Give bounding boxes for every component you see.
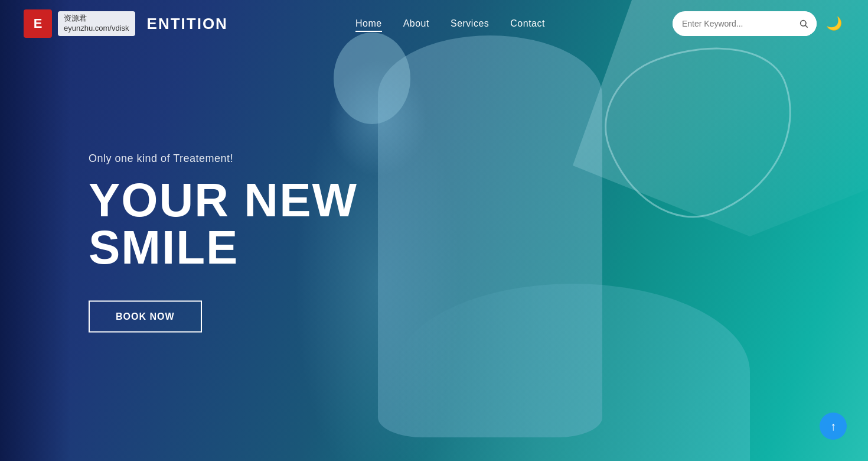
- navbar: E 资源君eyunzhu.com/vdisk ENTITION Home Abo…: [0, 0, 868, 47]
- arrow-up-icon: ↑: [830, 420, 836, 433]
- nav-item-home[interactable]: Home: [355, 18, 382, 29]
- search-button[interactable]: [791, 11, 817, 36]
- nav-item-services[interactable]: Services: [451, 18, 489, 29]
- svg-point-0: [801, 21, 806, 26]
- nav-link-contact[interactable]: Contact: [510, 18, 545, 31]
- nav-links: Home About Services Contact: [355, 18, 545, 29]
- scroll-top-button[interactable]: ↑: [820, 413, 847, 440]
- hero-section: E 资源君eyunzhu.com/vdisk ENTITION Home Abo…: [0, 0, 868, 461]
- hero-title: YOUR NEW SMILE: [89, 177, 358, 271]
- hero-subtitle: Only one kind of Treatement!: [89, 152, 358, 165]
- nav-link-services[interactable]: Services: [451, 18, 489, 31]
- svg-line-1: [805, 25, 808, 28]
- moon-icon: 🌙: [826, 16, 842, 31]
- search-input[interactable]: [673, 19, 791, 28]
- logo-watermark: E: [24, 9, 52, 38]
- search-container: [673, 11, 817, 36]
- logo-area: E 资源君eyunzhu.com/vdisk ENTITION: [24, 9, 228, 38]
- nav-item-about[interactable]: About: [403, 18, 429, 29]
- nav-item-contact[interactable]: Contact: [510, 18, 545, 29]
- dark-mode-button[interactable]: 🌙: [824, 14, 844, 34]
- book-now-button[interactable]: Book Now: [89, 301, 202, 333]
- logo-watermark-text: 资源君eyunzhu.com/vdisk: [58, 11, 135, 36]
- brand-name: ENTITION: [147, 15, 228, 33]
- nav-link-about[interactable]: About: [403, 18, 429, 31]
- nav-right: 🌙: [673, 11, 844, 36]
- hero-content: Only one kind of Treatement! YOUR NEW SM…: [89, 152, 358, 333]
- search-icon: [799, 19, 808, 28]
- nav-link-home[interactable]: Home: [355, 18, 382, 32]
